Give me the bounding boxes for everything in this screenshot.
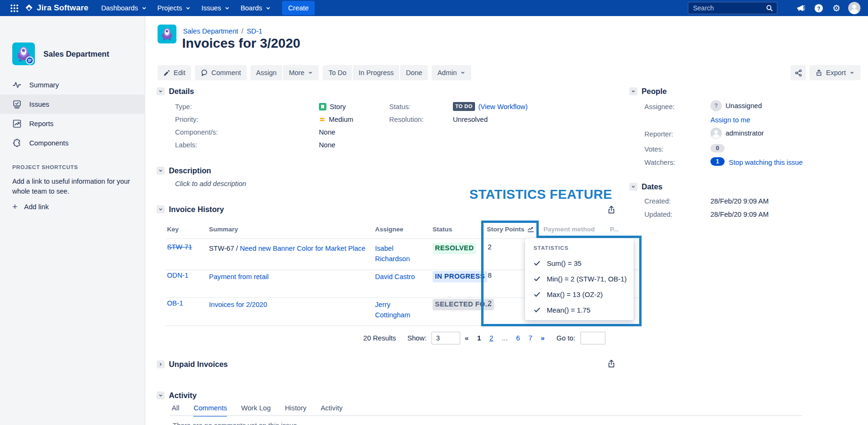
issue-key-link[interactable]: OB-1: [167, 299, 183, 307]
assignee-link[interactable]: Jerry Cottingham: [375, 299, 422, 320]
goto-page-input[interactable]: [580, 332, 606, 345]
breadcrumb-project-link[interactable]: Sales Department: [183, 27, 238, 35]
breadcrumb: Sales Department / SD-1: [183, 27, 262, 35]
details-right-fields: Status: TO DO (View Workflow) Resolution…: [389, 100, 528, 126]
pencil-icon: [163, 69, 170, 76]
column-header-key[interactable]: Key: [167, 226, 179, 233]
collapse-description-icon[interactable]: [157, 167, 165, 175]
issue-key-link[interactable]: STW-71: [167, 243, 192, 251]
collapse-people-icon[interactable]: [629, 87, 637, 95]
user-avatar[interactable]: [847, 1, 861, 15]
page-title: Invoices for 3/2020: [182, 36, 300, 51]
votes-badge[interactable]: 0: [710, 144, 725, 153]
admin-button[interactable]: Admin: [432, 65, 471, 80]
comment-button[interactable]: Comment: [195, 65, 247, 80]
chevron-down-icon: [141, 5, 147, 11]
statistics-option-max[interactable]: Max() = 13 (OZ-2): [534, 287, 634, 302]
expand-unpaid-invoices-icon[interactable]: [157, 360, 165, 368]
summary-cell: Invoices for 2/2020: [209, 299, 366, 310]
updated-value: 28/Feb/20 9:09 AM: [710, 211, 768, 218]
assignee-link[interactable]: Isabel Richardson: [375, 243, 422, 264]
add-link-button[interactable]: + Add link: [12, 202, 49, 211]
statistics-chart-icon[interactable]: [527, 226, 534, 233]
breadcrumb-issue-link[interactable]: SD-1: [247, 27, 262, 35]
previous-page-button[interactable]: «: [465, 334, 468, 342]
collapse-dates-icon[interactable]: [629, 183, 637, 191]
edit-button[interactable]: Edit: [158, 65, 191, 80]
details-section-header: Details: [157, 87, 194, 96]
labels-value: None: [319, 141, 335, 149]
jira-logo[interactable]: Jira Software: [25, 3, 88, 13]
create-button[interactable]: Create: [282, 1, 315, 15]
page-2[interactable]: 2: [490, 334, 493, 342]
nav-projects[interactable]: Projects: [152, 1, 196, 15]
column-header-summary[interactable]: Summary: [209, 226, 238, 233]
column-header-status[interactable]: Status: [433, 226, 452, 233]
chevron-down-icon: [224, 5, 230, 11]
no-comments-text: There are no comments yet on this issue.: [173, 422, 299, 425]
issue-key-link[interactable]: ODN-1: [167, 272, 188, 279]
issue-toolbar: Edit Comment Assign More To Do In Progre…: [158, 65, 471, 80]
help-icon[interactable]: ?: [811, 1, 826, 15]
chevron-down-icon: [849, 70, 855, 76]
app-switcher-icon[interactable]: [7, 1, 22, 15]
project-avatar[interactable]: [12, 42, 35, 65]
collapse-details-icon[interactable]: [157, 87, 165, 95]
todo-transition-button[interactable]: To Do: [323, 65, 352, 80]
gear-icon[interactable]: ⚙: [829, 1, 843, 15]
search-input[interactable]: [692, 4, 751, 12]
summary-link[interactable]: Need new Banner Color for Market Place: [240, 245, 365, 252]
assign-button[interactable]: Assign: [250, 65, 283, 80]
next-page-button[interactable]: »: [541, 334, 544, 342]
add-description-field[interactable]: Click to add description: [175, 180, 246, 187]
watchers-badge[interactable]: 1: [710, 157, 725, 166]
page-7[interactable]: 7: [528, 334, 532, 342]
watchers-label: Watchers:: [644, 159, 675, 166]
done-transition-button[interactable]: Done: [400, 65, 428, 80]
sidebar-item-issues[interactable]: Issues: [0, 94, 145, 114]
announcements-icon[interactable]: [793, 1, 808, 15]
statistics-option-sum[interactable]: Sum() = 35: [534, 255, 634, 271]
in-progress-transition-button[interactable]: In Progress: [353, 65, 399, 80]
page-6[interactable]: 6: [516, 334, 520, 342]
nav-boards[interactable]: Boards: [235, 1, 276, 15]
view-workflow-link[interactable]: (View Workflow): [478, 103, 528, 110]
nav-dashboards[interactable]: Dashboards: [96, 1, 152, 15]
story-icon: [319, 103, 326, 110]
column-header-assignee[interactable]: Assignee: [375, 226, 403, 233]
more-button[interactable]: More: [283, 65, 319, 80]
statistics-option-mean[interactable]: Mean() = 1.75: [534, 302, 634, 318]
column-header-payment-method[interactable]: Payment method: [543, 226, 595, 233]
question-avatar-icon: ?: [710, 100, 722, 111]
type-label: Type:: [175, 103, 319, 110]
export-button[interactable]: Export: [810, 65, 860, 80]
project-name: Sales Department: [43, 50, 109, 59]
statistics-option-min[interactable]: Min() = 2 (STW-71, OB-1): [534, 271, 634, 287]
export-icon: [815, 69, 823, 76]
summary-cell: STW-67 / Need new Banner Color for Marke…: [209, 243, 366, 254]
nav-issues[interactable]: Issues: [196, 1, 235, 15]
collapse-invoice-history-icon[interactable]: [157, 205, 165, 213]
assignee-link[interactable]: David Castro: [375, 272, 422, 282]
table-pagination: 20 Results Show: « 1 2 ... 6 7 » Go to:: [363, 331, 606, 346]
checkmark-icon: [534, 275, 541, 282]
show-input[interactable]: [431, 332, 460, 345]
priority-label: Priority:: [175, 116, 319, 123]
sidebar-item-summary[interactable]: Summary: [0, 75, 145, 94]
search-icon[interactable]: [766, 4, 773, 12]
stop-watching-link[interactable]: Stop watching this issue: [729, 159, 803, 166]
unpaid-invoices-export-icon[interactable]: [607, 359, 616, 368]
column-header-p[interactable]: P...: [610, 226, 619, 233]
collapse-activity-icon[interactable]: [157, 391, 165, 400]
invoice-history-export-icon[interactable]: [607, 205, 616, 214]
search-box[interactable]: [688, 2, 777, 14]
summary-link[interactable]: Invoices for 2/2020: [209, 301, 267, 308]
resolution-value: Unresolved: [453, 116, 488, 123]
column-header-story-points[interactable]: Story Points: [487, 226, 534, 233]
summary-link[interactable]: Payment from retail: [209, 273, 269, 280]
share-button[interactable]: [791, 65, 806, 80]
assign-to-me-link[interactable]: Assign to me: [710, 116, 750, 124]
sidebar-item-reports[interactable]: Reports: [0, 114, 145, 133]
row-status-badge: RESOLVED: [433, 243, 476, 254]
sidebar-item-components[interactable]: Components: [0, 133, 145, 153]
